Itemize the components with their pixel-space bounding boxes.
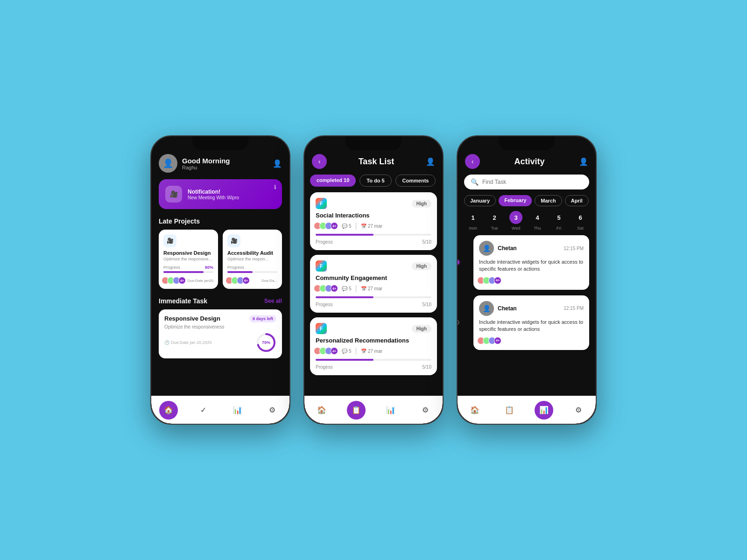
search-input[interactable] <box>482 179 583 185</box>
tab-todo[interactable]: To do 5 <box>359 175 391 187</box>
task-card-0[interactable]: F High Social Interactions 4+ <box>310 192 437 250</box>
month-january[interactable]: January <box>464 195 496 206</box>
task-cards-area: F High Social Interactions 4+ <box>304 192 443 424</box>
task-comments-1: 💬 5 <box>342 286 352 291</box>
nav-gear-3[interactable]: ⚙ <box>569 401 588 420</box>
tab-completed[interactable]: completed 10 <box>310 175 356 187</box>
act-text-1: Include interactive widgets for quick ac… <box>479 319 584 333</box>
day-item-1[interactable]: 2 Tue <box>488 211 501 231</box>
days-row: 1 mon 2 Tue 3 Wed 4 Thu <box>458 211 596 235</box>
phone2-content: ‹ Task List 👤 completed 10 To do 5 Comme… <box>304 136 443 424</box>
progress-value-0: 80% <box>205 265 213 270</box>
day-item-5[interactable]: 6 Sat <box>574 211 587 231</box>
nav-gear-1[interactable]: ⚙ <box>263 401 282 420</box>
project-desc-0: Optimize the responsiveness <box>163 257 213 261</box>
act-time-1: 12:15 PM <box>564 306 584 311</box>
act-av-count-0: 4+ <box>494 277 501 284</box>
imm-due-text: Due:Date jan 20,2025 <box>171 340 212 345</box>
task-prog-val-1: 5/10 <box>423 302 431 307</box>
task-card-2[interactable]: F High Personalized Recommendations 4+ <box>310 317 437 375</box>
task-prog-row-1: Progess 5/10 <box>316 302 431 307</box>
progress-label-1: Progress <box>227 265 244 270</box>
notif-video-icon: 🎥 <box>165 186 182 203</box>
month-february[interactable]: February <box>499 195 532 206</box>
comment-icon-0: 💬 <box>342 224 347 229</box>
priority-badge-0: High <box>412 200 431 208</box>
activity-item-1[interactable]: 👤 Chetan 12:15 PM Include interactive wi… <box>473 295 589 350</box>
imm-task-desc: Optimize the responsiveness <box>164 324 276 329</box>
p1-avatar-name: 👤 Good Morning Raghu <box>159 154 230 173</box>
nav-home-1[interactable]: 🏠 <box>159 401 178 420</box>
nav-clipboard-3[interactable]: 📋 <box>500 401 519 420</box>
phone-2-screen: ‹ Task List 👤 completed 10 To do 5 Comme… <box>304 136 443 424</box>
day-item-4[interactable]: 5 Fri <box>552 211 565 231</box>
card-footer-0: 4+ Due:Date jan20 <box>163 277 213 284</box>
back-button-3[interactable]: ‹ <box>465 154 480 169</box>
task-prog-bar-1 <box>316 296 431 298</box>
task-prog-label-0: Progess <box>316 239 333 245</box>
p3-user-icon[interactable]: 👤 <box>579 157 588 166</box>
activity-item-0[interactable]: 👤 Chetan 12:15 PM Include interactive wi… <box>473 235 589 290</box>
see-all-button[interactable]: See all <box>264 298 282 304</box>
nav-chart-1[interactable]: 📊 <box>228 401 247 420</box>
nav-check-1[interactable]: ✓ <box>194 401 212 420</box>
notification-card[interactable]: 🎥 Notification! New Meeting With Wipro ℹ <box>159 179 282 209</box>
nav-clipboard-2[interactable]: 📋 <box>347 401 366 420</box>
nav-chart-2[interactable]: 📊 <box>381 401 400 420</box>
late-projects-title: Late Projects <box>159 217 282 225</box>
task-name-2: Personalized Recommendations <box>316 337 431 344</box>
nav-home-2[interactable]: 🏠 <box>312 401 331 420</box>
back-button-2[interactable]: ‹ <box>312 154 327 169</box>
nav-home-3[interactable]: 🏠 <box>465 401 484 420</box>
phone-1: 👤 Good Morning Raghu 👤 🎥 Notification! N… <box>150 135 290 425</box>
progress-bar-0 <box>163 271 213 273</box>
greeting-text: Good Morning <box>182 157 230 165</box>
activity-header-0: 👤 Chetan 12:15 PM <box>479 241 584 256</box>
task-comments-2: 💬 5 <box>342 349 352 354</box>
task-card-1[interactable]: F High Community Engagement 4+ <box>310 255 437 313</box>
nav-chart-3[interactable]: 📊 <box>535 401 553 420</box>
phones-container: 👤 Good Morning Raghu 👤 🎥 Notification! N… <box>132 117 615 443</box>
imm-due: 🕐 Due:Date jan 20,2025 <box>164 340 212 345</box>
day-item-0[interactable]: 1 mon <box>466 211 479 231</box>
day-item-3[interactable]: 4 Thu <box>531 211 544 231</box>
t-av-count-0: 4+ <box>331 222 338 230</box>
task-date-val-0: 27 mar <box>368 224 382 229</box>
phone-3-screen: ‹ Activity 👤 🔍 January February March Ap… <box>458 136 596 424</box>
p2-user-icon[interactable]: 👤 <box>426 157 435 166</box>
day-label-3: Thu <box>534 226 541 231</box>
bottom-nav-1: 🏠 ✓ 📊 ⚙ <box>151 396 289 424</box>
av-count-1: 6+ <box>242 277 250 284</box>
task-name-0: Social Interactions <box>316 212 431 219</box>
month-april[interactable]: April <box>565 195 589 206</box>
project-card-0[interactable]: 🎥 Responsive Design Optimize the respons… <box>159 230 218 289</box>
calendar-icon-1: 📅 <box>361 286 366 291</box>
phone-1-content: 👤 Good Morning Raghu 👤 🎥 Notification! N… <box>151 136 289 424</box>
tabs-row: completed 10 To do 5 Comments <box>304 175 443 192</box>
month-march[interactable]: March <box>535 195 562 206</box>
calendar-icon-2: 📅 <box>361 349 366 354</box>
p3-header: ‹ Activity 👤 <box>458 136 596 175</box>
comment-count-0: 5 <box>349 224 352 229</box>
task-date-val-2: 27 mar <box>368 349 382 354</box>
nav-gear-2[interactable]: ⚙ <box>416 401 435 420</box>
immediate-card[interactable]: Responsive Design 8 days left Optimize t… <box>159 309 282 358</box>
comment-icon-1: 💬 <box>342 286 347 291</box>
act-avatar-1: 👤 <box>479 301 494 316</box>
imm-footer: 🕐 Due:Date jan 20,2025 70% <box>164 332 276 353</box>
activity-user-1: 👤 Chetan <box>479 301 517 316</box>
notif-info-icon: ℹ <box>274 184 276 190</box>
project-card-1[interactable]: 🎥 Accessibility Audit Optimize the respo… <box>223 230 282 289</box>
user-icon[interactable]: 👤 <box>273 159 282 168</box>
comment-count-2: 5 <box>349 349 352 354</box>
months-row: January February March April <box>458 195 596 211</box>
task-avatars-0: 4+ <box>316 222 338 230</box>
day-item-2[interactable]: 3 Wed <box>509 211 522 231</box>
task-prog-label-2: Progess <box>316 364 333 370</box>
project-icon-0: 🎥 <box>163 234 176 247</box>
tab-comments[interactable]: Comments <box>395 175 436 187</box>
figma-icon-2: F <box>316 323 327 334</box>
imm-top: Responsive Design 8 days left <box>164 315 276 322</box>
immediate-title: Immediate Task <box>159 297 207 305</box>
activity-wrapper-1: 👤 Chetan 12:15 PM Include interactive wi… <box>464 295 589 350</box>
